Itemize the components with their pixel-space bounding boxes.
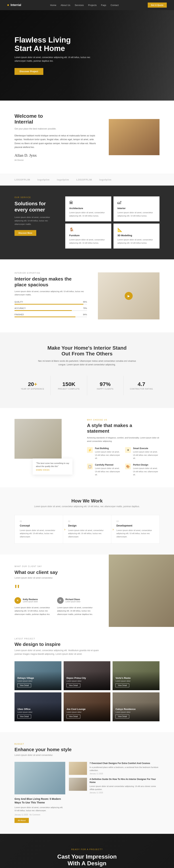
furniture-icon: 🪑 bbox=[69, 227, 107, 232]
blog-side-excerpt-1: In a positioned place within a bedroom, … bbox=[90, 766, 159, 772]
testimonial-content: WHAT OUR CLIENT SAY What our client say … bbox=[0, 555, 109, 627]
expertise-label: INTERIOR EXPERTISE bbox=[15, 272, 87, 274]
project-btn-calsys[interactable]: View Detail bbox=[116, 715, 129, 718]
service-desc-architecture: Lorem ipsum dolor sit amet, consectetur … bbox=[69, 211, 107, 217]
project-card-13ws[interactable]: 13ws Office Lorem ipsum dolor View Detai… bbox=[15, 692, 61, 721]
feature-carefully-planned-title: Carefully Planned bbox=[95, 464, 121, 466]
project-title-vorto: Vorto's Resto bbox=[116, 677, 157, 679]
logo-4: LOGOFPLIM bbox=[76, 178, 92, 181]
feature-smart-execute-desc: Lorem ipsum dolor sit amet. Ut elit tell… bbox=[133, 451, 159, 460]
whychoose-content: WHY CHOOSE US A style that makes astatem… bbox=[87, 419, 159, 476]
howwework-section: How We Work Lorem ipsum dolor sit amet, … bbox=[0, 487, 174, 555]
services-discover-button[interactable]: Discover More bbox=[15, 230, 36, 236]
welcome-subtitle: Get your place the best makeover possibl… bbox=[15, 127, 98, 131]
blog-side-item-2: A Definitive Guide On How To Hire An Int… bbox=[69, 778, 159, 794]
whychoose-title: A style that makes astatement bbox=[87, 423, 159, 434]
step-num-development: 03 bbox=[116, 520, 154, 522]
blog-side-item-1: 7 Oversized Chair Designs For Extra Comf… bbox=[69, 762, 159, 775]
project-sub-13ws: Lorem ipsum dolor bbox=[18, 711, 58, 713]
testi-role-richard: Lorem ipsum dolor bbox=[66, 601, 80, 603]
project-card-calsys[interactable]: Calsys Residence Lorem ipsum dolor View … bbox=[113, 692, 159, 721]
progress-accuracy-value: 79% bbox=[83, 307, 87, 309]
services-content: OUR SERVICE Solutions forevery corner Lo… bbox=[15, 196, 58, 249]
feature-perfect-design-content: Perfect Design Lorem ipsum dolor sit ame… bbox=[133, 464, 159, 476]
blog-main-post: Grey And Blue Living Room: 5 Modern Ways… bbox=[15, 762, 65, 823]
blog-main-excerpt: Lorem ipsum dolor sit amet, consectetur … bbox=[15, 806, 65, 812]
feature-fast-building-title: Fast Building bbox=[95, 447, 121, 450]
service-title-interior: Interior bbox=[118, 207, 155, 210]
nav-about[interactable]: About Us bbox=[61, 4, 70, 6]
welcome-title: Welcome toInterrial bbox=[15, 113, 98, 125]
project-btn-depoc[interactable]: View Detail bbox=[67, 683, 80, 687]
step-arrow-1: › bbox=[64, 527, 66, 531]
nav-home[interactable]: Home bbox=[50, 4, 56, 6]
blog-side-meta-2: January 11 2025 bbox=[90, 792, 159, 794]
play-button[interactable]: ▶ bbox=[125, 292, 133, 300]
feature-smart-execute-title: Smart Execute bbox=[133, 447, 159, 450]
work-step-design: 02 Design Lorem ipsum dolor sit amet, co… bbox=[63, 515, 111, 544]
project-btn-dehays[interactable]: View Detail bbox=[18, 683, 31, 687]
blog-title: Enhance your home style bbox=[15, 747, 159, 752]
service-card-furniture: 🪑 Furniture Lorem ipsum dolor sit amet, … bbox=[65, 223, 111, 249]
blog-side-excerpt-2: Lorem ipsum dolor sit amet consectetur a… bbox=[90, 785, 159, 791]
work-step-development: 03 Development Lorem ipsum dolor sit ame… bbox=[111, 515, 160, 544]
blog-main-btn[interactable]: All About bbox=[15, 818, 29, 823]
nav-services[interactable]: Services bbox=[75, 4, 84, 6]
project-sub-joecool: Lorem ipsum dolor bbox=[67, 711, 108, 713]
project-overlay-calsys: Calsys Residence Lorem ipsum dolor View … bbox=[113, 702, 159, 721]
standout-title: Make Your Home's Interior StandOut From … bbox=[15, 345, 159, 357]
nav-cta-button[interactable]: Get A Quote bbox=[148, 3, 167, 8]
blog-body: Lorem ipsum dolor sit amet consectetur. bbox=[15, 754, 159, 756]
testi-name-richard: Richard Diavo bbox=[66, 598, 80, 601]
progress-quality: QUALITY 95% bbox=[15, 301, 87, 305]
service-desc-furniture: Lorem ipsum dolor sit amet, consectetur … bbox=[69, 238, 107, 245]
project-btn-joecool[interactable]: View Detail bbox=[67, 715, 80, 718]
feature-carefully-planned-desc: Lorem ipsum dolor sit amet. Ut elit tell… bbox=[95, 467, 121, 476]
project-title-depoc: Depoc Prima City bbox=[67, 677, 108, 679]
carefully-planned-icon: 📋 bbox=[87, 464, 93, 469]
logo-1: LOGOFPLIM bbox=[15, 178, 30, 181]
logos-bar: LOGOFPLIM logofplim logofplim LOGOFPLIM … bbox=[0, 174, 174, 186]
progress-finished: FINISHED 84% bbox=[15, 313, 87, 317]
welcome-body: Ellentesque habitant morbi tristique sen… bbox=[15, 134, 98, 149]
testi-text-richard: Lorem ipsum dolor sit amet, consectetur … bbox=[57, 606, 94, 616]
project-card-depoc[interactable]: Depoc Prima City Lorem ipsum dolor View … bbox=[64, 661, 110, 690]
architecture-icon: 🏛 bbox=[69, 200, 107, 205]
blog-side-title-2: A Definitive Guide On How To Hire An Int… bbox=[90, 778, 159, 784]
blog-side-meta-1: January 11 2025 bbox=[90, 773, 159, 775]
stat-projects: 150K PROJECT COMPLETE bbox=[51, 376, 87, 395]
service-title-furniture: Furniture bbox=[69, 234, 107, 237]
cta-section: READY FOR A PROJECT? Cast Your Impressio… bbox=[0, 834, 174, 868]
feature-perfect-design-title: Perfect Design bbox=[133, 464, 159, 466]
nav-links: Home About Us Services Projects Faqs Con… bbox=[50, 3, 119, 7]
testimonial-body: Lorem ipsum dolor sit amet consectetur. bbox=[15, 577, 94, 579]
blog-side-title-1: 7 Oversized Chair Designs For Extra Comf… bbox=[90, 762, 159, 765]
feature-fast-building-desc: Lorem ipsum dolor sit amet. Ut elit tell… bbox=[95, 451, 121, 460]
nav-contact[interactable]: Contact bbox=[110, 4, 119, 6]
project-sub-vorto: Lorem ipsum dolor bbox=[116, 680, 157, 682]
project-card-dehays[interactable]: Dehays Village Lorem ipsum dolor View De… bbox=[15, 661, 61, 690]
logo-2: logofplim bbox=[38, 178, 50, 181]
service-card-3d: 📐 3D Modelling Lorem ipsum dolor sit ame… bbox=[114, 223, 159, 249]
testimonial-image bbox=[109, 555, 174, 627]
project-btn-vorto[interactable]: View Detail bbox=[116, 683, 129, 687]
testi-avatar-richard: R Richard Diavo Lorem ipsum dolor bbox=[57, 597, 94, 604]
blog-side-content-1: 7 Oversized Chair Designs For Extra Comf… bbox=[90, 762, 159, 775]
hero-title: Flawless LivingStart At Home bbox=[15, 36, 91, 53]
hero-cta-button[interactable]: Discover Project bbox=[15, 68, 43, 75]
projects-label: LATEST PROJECT bbox=[15, 638, 159, 640]
project-btn-13ws[interactable]: View Detail bbox=[18, 715, 31, 718]
step-desc-concept: Lorem ipsum dolor sit amet, consectetur … bbox=[20, 529, 58, 538]
project-card-joecool[interactable]: Joe Cool Lounge Lorem ipsum dolor View D… bbox=[64, 692, 110, 721]
nav-logo: ■ Interrial bbox=[7, 3, 21, 7]
expertise-image: ▶ bbox=[98, 272, 159, 319]
step-desc-design: Lorem ipsum dolor sit amet, consectetur … bbox=[68, 529, 106, 538]
nav-faqs[interactable]: Faqs bbox=[101, 4, 106, 6]
testimonials-grid: K Kelly Reubens Lorem ipsum dolor Lorem … bbox=[15, 597, 94, 616]
nav-projects[interactable]: Projects bbox=[88, 4, 97, 6]
feature-carefully-planned-content: Carefully Planned Lorem ipsum dolor sit … bbox=[95, 464, 121, 476]
project-card-vorto[interactable]: Vorto's Resto Lorem ipsum dolor View Det… bbox=[113, 661, 159, 690]
project-sub-depoc: Lorem ipsum dolor bbox=[67, 680, 108, 682]
project-overlay-13ws: 13ws Office Lorem ipsum dolor View Detai… bbox=[15, 702, 61, 721]
stat-experience: 20+ YEAR OF EXPERIENCE bbox=[15, 376, 51, 395]
